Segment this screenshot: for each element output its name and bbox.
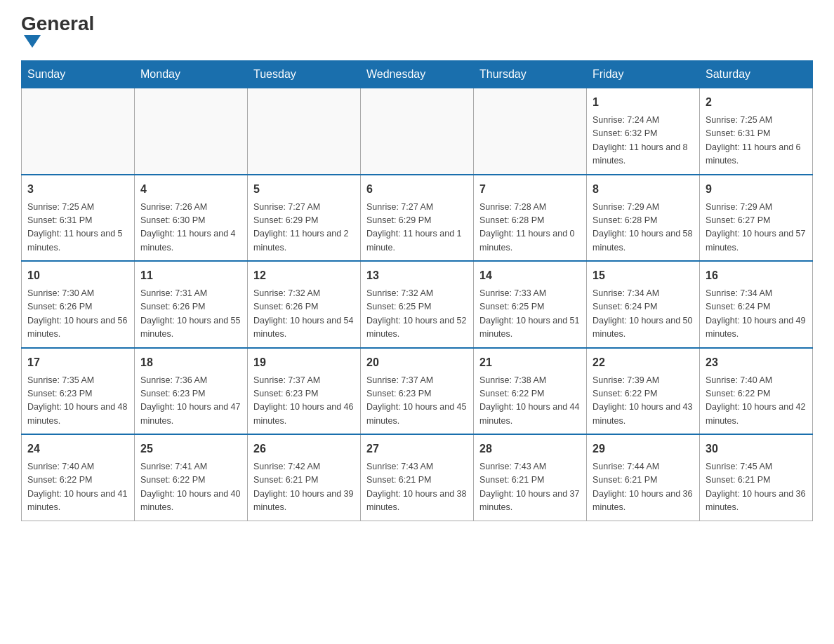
- day-number: 2: [706, 94, 807, 111]
- day-info: Sunrise: 7:30 AM Sunset: 6:26 PM Dayligh…: [27, 287, 128, 342]
- day-info: Sunrise: 7:42 AM Sunset: 6:21 PM Dayligh…: [253, 460, 355, 515]
- day-number: 11: [140, 267, 241, 284]
- calendar-day: 16Sunrise: 7:34 AM Sunset: 6:24 PM Dayli…: [700, 261, 813, 348]
- weekday-header-monday: Monday: [135, 61, 248, 88]
- day-number: 19: [253, 354, 355, 371]
- day-number: 18: [140, 354, 241, 371]
- day-number: 25: [140, 441, 241, 457]
- day-number: 22: [593, 354, 694, 371]
- calendar-day: [135, 88, 248, 175]
- logo-blue-text: [21, 34, 41, 46]
- logo-general-text: General: [21, 14, 94, 34]
- calendar-day: 13Sunrise: 7:32 AM Sunset: 6:25 PM Dayli…: [361, 261, 474, 348]
- day-info: Sunrise: 7:29 AM Sunset: 6:27 PM Dayligh…: [706, 201, 807, 255]
- day-number: 1: [593, 94, 694, 111]
- page-header: General: [21, 14, 813, 46]
- day-number: 23: [706, 354, 807, 371]
- day-info: Sunrise: 7:43 AM Sunset: 6:21 PM Dayligh…: [366, 460, 468, 515]
- calendar-day: 23Sunrise: 7:40 AM Sunset: 6:22 PM Dayli…: [700, 348, 813, 435]
- day-number: 4: [140, 181, 241, 198]
- calendar-day: 25Sunrise: 7:41 AM Sunset: 6:22 PM Dayli…: [135, 434, 248, 521]
- calendar-day: 11Sunrise: 7:31 AM Sunset: 6:26 PM Dayli…: [135, 261, 248, 348]
- day-number: 3: [27, 181, 128, 198]
- calendar-day: [474, 88, 587, 175]
- day-info: Sunrise: 7:40 AM Sunset: 6:22 PM Dayligh…: [706, 374, 807, 429]
- day-number: 5: [253, 181, 355, 198]
- day-number: 27: [366, 441, 468, 457]
- day-number: 13: [366, 267, 468, 284]
- day-number: 26: [253, 441, 355, 457]
- day-number: 29: [593, 441, 694, 457]
- weekday-header-sunday: Sunday: [22, 61, 135, 88]
- day-info: Sunrise: 7:38 AM Sunset: 6:22 PM Dayligh…: [479, 374, 581, 429]
- day-number: 12: [253, 267, 355, 284]
- calendar-day: 3Sunrise: 7:25 AM Sunset: 6:31 PM Daylig…: [22, 175, 135, 262]
- calendar-day: 9Sunrise: 7:29 AM Sunset: 6:27 PM Daylig…: [700, 175, 813, 262]
- day-info: Sunrise: 7:41 AM Sunset: 6:22 PM Dayligh…: [140, 460, 241, 515]
- day-info: Sunrise: 7:37 AM Sunset: 6:23 PM Dayligh…: [253, 374, 355, 429]
- day-info: Sunrise: 7:45 AM Sunset: 6:21 PM Dayligh…: [706, 460, 807, 515]
- day-info: Sunrise: 7:34 AM Sunset: 6:24 PM Dayligh…: [593, 287, 694, 342]
- day-number: 6: [366, 181, 468, 198]
- calendar-week-row: 3Sunrise: 7:25 AM Sunset: 6:31 PM Daylig…: [22, 175, 813, 262]
- day-info: Sunrise: 7:29 AM Sunset: 6:28 PM Dayligh…: [593, 201, 694, 255]
- day-info: Sunrise: 7:39 AM Sunset: 6:22 PM Dayligh…: [593, 374, 694, 429]
- calendar-day: 7Sunrise: 7:28 AM Sunset: 6:28 PM Daylig…: [474, 175, 587, 262]
- day-info: Sunrise: 7:27 AM Sunset: 6:29 PM Dayligh…: [366, 201, 468, 255]
- day-number: 7: [479, 181, 581, 198]
- calendar-day: 19Sunrise: 7:37 AM Sunset: 6:23 PM Dayli…: [248, 348, 361, 435]
- day-info: Sunrise: 7:25 AM Sunset: 6:31 PM Dayligh…: [27, 201, 128, 255]
- logo-triangle-icon: [24, 35, 41, 48]
- calendar-day: 17Sunrise: 7:35 AM Sunset: 6:23 PM Dayli…: [22, 348, 135, 435]
- day-info: Sunrise: 7:26 AM Sunset: 6:30 PM Dayligh…: [140, 201, 241, 255]
- day-number: 15: [593, 267, 694, 284]
- day-number: 20: [366, 354, 468, 371]
- calendar-day: 29Sunrise: 7:44 AM Sunset: 6:21 PM Dayli…: [587, 434, 700, 521]
- weekday-header-row: SundayMondayTuesdayWednesdayThursdayFrid…: [22, 61, 813, 88]
- weekday-header-friday: Friday: [587, 61, 700, 88]
- calendar-day: 6Sunrise: 7:27 AM Sunset: 6:29 PM Daylig…: [361, 175, 474, 262]
- logo: General: [21, 14, 94, 46]
- day-number: 24: [27, 441, 128, 457]
- day-number: 21: [479, 354, 581, 371]
- calendar-week-row: 17Sunrise: 7:35 AM Sunset: 6:23 PM Dayli…: [22, 348, 813, 435]
- weekday-header-tuesday: Tuesday: [248, 61, 361, 88]
- day-number: 8: [593, 181, 694, 198]
- calendar-day: 18Sunrise: 7:36 AM Sunset: 6:23 PM Dayli…: [135, 348, 248, 435]
- calendar-day: [22, 88, 135, 175]
- calendar-day: 5Sunrise: 7:27 AM Sunset: 6:29 PM Daylig…: [248, 175, 361, 262]
- day-number: 14: [479, 267, 581, 284]
- calendar-day: 1Sunrise: 7:24 AM Sunset: 6:32 PM Daylig…: [587, 88, 700, 175]
- day-number: 16: [706, 267, 807, 284]
- day-info: Sunrise: 7:28 AM Sunset: 6:28 PM Dayligh…: [479, 201, 581, 255]
- weekday-header-saturday: Saturday: [700, 61, 813, 88]
- weekday-header-thursday: Thursday: [474, 61, 587, 88]
- calendar-day: 2Sunrise: 7:25 AM Sunset: 6:31 PM Daylig…: [700, 88, 813, 175]
- day-info: Sunrise: 7:36 AM Sunset: 6:23 PM Dayligh…: [140, 374, 241, 429]
- day-info: Sunrise: 7:44 AM Sunset: 6:21 PM Dayligh…: [593, 460, 694, 515]
- calendar-week-row: 10Sunrise: 7:30 AM Sunset: 6:26 PM Dayli…: [22, 261, 813, 348]
- calendar-day: 30Sunrise: 7:45 AM Sunset: 6:21 PM Dayli…: [700, 434, 813, 521]
- day-info: Sunrise: 7:32 AM Sunset: 6:26 PM Dayligh…: [253, 287, 355, 342]
- day-info: Sunrise: 7:25 AM Sunset: 6:31 PM Dayligh…: [706, 114, 807, 168]
- day-number: 17: [27, 354, 128, 371]
- calendar-week-row: 1Sunrise: 7:24 AM Sunset: 6:32 PM Daylig…: [22, 88, 813, 175]
- weekday-header-wednesday: Wednesday: [361, 61, 474, 88]
- day-info: Sunrise: 7:24 AM Sunset: 6:32 PM Dayligh…: [593, 114, 694, 168]
- day-number: 10: [27, 267, 128, 284]
- day-info: Sunrise: 7:43 AM Sunset: 6:21 PM Dayligh…: [479, 460, 581, 515]
- calendar-week-row: 24Sunrise: 7:40 AM Sunset: 6:22 PM Dayli…: [22, 434, 813, 521]
- calendar-day: 12Sunrise: 7:32 AM Sunset: 6:26 PM Dayli…: [248, 261, 361, 348]
- calendar-day: 15Sunrise: 7:34 AM Sunset: 6:24 PM Dayli…: [587, 261, 700, 348]
- calendar-day: 4Sunrise: 7:26 AM Sunset: 6:30 PM Daylig…: [135, 175, 248, 262]
- calendar-day: 22Sunrise: 7:39 AM Sunset: 6:22 PM Dayli…: [587, 348, 700, 435]
- calendar-day: 27Sunrise: 7:43 AM Sunset: 6:21 PM Dayli…: [361, 434, 474, 521]
- calendar-day: 21Sunrise: 7:38 AM Sunset: 6:22 PM Dayli…: [474, 348, 587, 435]
- day-info: Sunrise: 7:27 AM Sunset: 6:29 PM Dayligh…: [253, 201, 355, 255]
- day-info: Sunrise: 7:34 AM Sunset: 6:24 PM Dayligh…: [706, 287, 807, 342]
- calendar-day: 24Sunrise: 7:40 AM Sunset: 6:22 PM Dayli…: [22, 434, 135, 521]
- day-info: Sunrise: 7:37 AM Sunset: 6:23 PM Dayligh…: [366, 374, 468, 429]
- day-number: 9: [706, 181, 807, 198]
- calendar-day: 8Sunrise: 7:29 AM Sunset: 6:28 PM Daylig…: [587, 175, 700, 262]
- day-info: Sunrise: 7:35 AM Sunset: 6:23 PM Dayligh…: [27, 374, 128, 429]
